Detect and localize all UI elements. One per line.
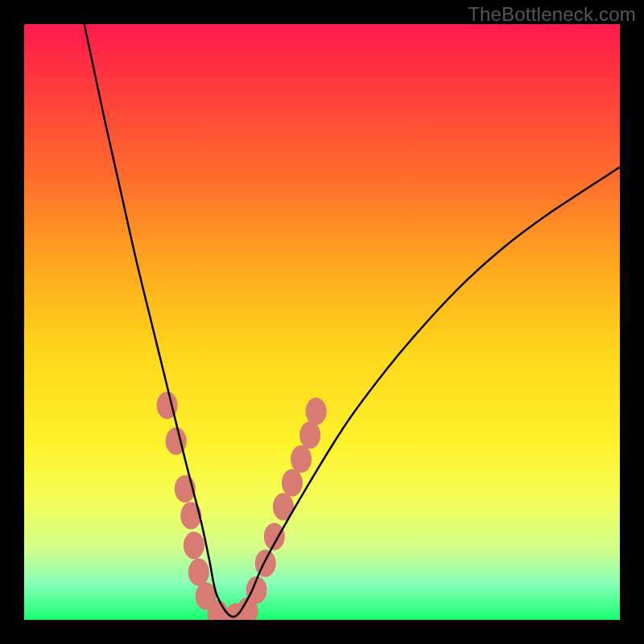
marker-blob bbox=[255, 550, 276, 577]
marker-blob bbox=[299, 422, 320, 449]
marker-blob bbox=[180, 502, 201, 530]
marker-blob bbox=[291, 445, 312, 473]
plot-area bbox=[24, 24, 620, 620]
marker-blobs bbox=[157, 392, 327, 620]
watermark-text: TheBottleneck.com bbox=[468, 3, 636, 26]
marker-blob bbox=[264, 522, 285, 550]
bottleneck-curve bbox=[85, 24, 620, 617]
curve-svg bbox=[24, 24, 620, 620]
marker-blob bbox=[282, 469, 303, 497]
marker-blob bbox=[188, 559, 209, 586]
chart-frame: TheBottleneck.com bbox=[0, 0, 644, 644]
marker-blob bbox=[184, 532, 204, 559]
marker-blob bbox=[306, 398, 327, 425]
